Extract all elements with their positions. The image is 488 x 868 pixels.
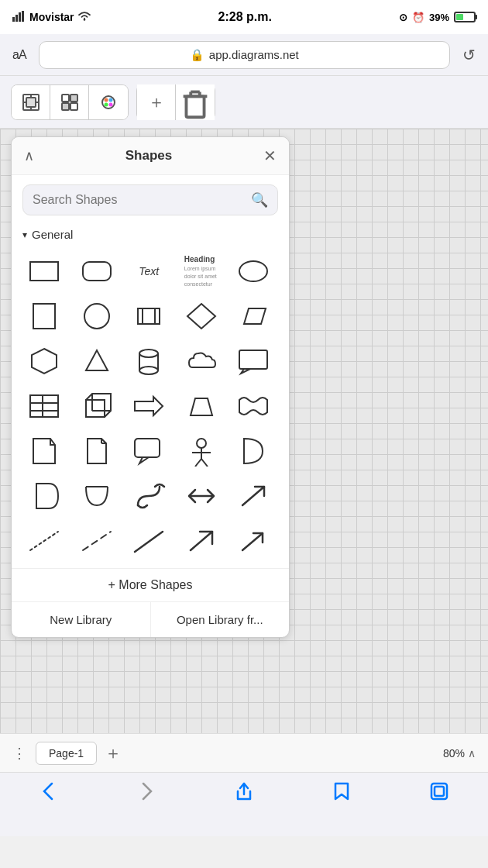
shapes-panel: ∧ Shapes ✕ 🔍 ▾ General Text	[11, 136, 290, 638]
toolbar: ＋	[0, 76, 488, 129]
svg-line-65	[191, 532, 212, 550]
shape-doc-alt[interactable]	[75, 432, 119, 470]
shapes-button[interactable]	[50, 84, 89, 120]
nav-tabs-button[interactable]	[416, 780, 462, 802]
shape-table[interactable]	[22, 387, 66, 425]
page-options-button[interactable]: ⋮	[12, 745, 26, 762]
page-tab[interactable]: Page-1	[36, 742, 97, 765]
svg-line-66	[242, 533, 263, 550]
more-shapes-button[interactable]: + More Shapes	[12, 568, 289, 601]
chevron-up-icon[interactable]: ∧	[24, 147, 34, 164]
general-section-header[interactable]: ▾ General	[12, 225, 289, 247]
svg-rect-12	[70, 95, 77, 102]
open-library-button[interactable]: Open Library fr...	[151, 602, 290, 637]
shape-text[interactable]: Text	[127, 252, 170, 291]
shape-triangle[interactable]	[75, 342, 119, 381]
shape-person[interactable]	[180, 432, 223, 470]
svg-rect-20	[186, 96, 204, 117]
shape-double-arrow[interactable]	[180, 477, 223, 515]
search-input[interactable]	[33, 193, 245, 207]
svg-rect-3	[22, 11, 24, 22]
shape-heading[interactable]: Heading Lorem ipsum dolor sit amet conse…	[180, 252, 223, 291]
browser-aa[interactable]: aA	[12, 48, 26, 62]
nav-forward-button[interactable]	[123, 780, 170, 802]
svg-marker-33	[187, 304, 215, 329]
shape-d-shape-alt[interactable]	[22, 477, 66, 515]
url-text: app.diagrams.net	[209, 48, 299, 61]
status-battery: ⊙ ⏰ 39%	[399, 12, 476, 23]
svg-rect-2	[19, 12, 21, 22]
shape-arrow-line[interactable]	[232, 522, 275, 560]
shape-circle[interactable]	[75, 297, 119, 336]
browser-bar: aA 🔒 app.diagrams.net ↺	[0, 34, 488, 76]
status-time: 2:28 p.m.	[218, 10, 272, 24]
nav-share-button[interactable]	[221, 780, 267, 802]
svg-rect-1	[15, 15, 18, 22]
shapes-grid: Text Heading Lorem ipsum dolor sit amet …	[12, 247, 289, 565]
reload-button[interactable]: ↺	[462, 46, 476, 64]
browser-url-bar[interactable]: 🔒 app.diagrams.net	[39, 41, 450, 69]
toolbar-group-1	[11, 84, 129, 120]
nav-bookmarks-button[interactable]	[318, 780, 365, 802]
svg-rect-0	[12, 17, 15, 22]
fit-page-button[interactable]	[12, 84, 50, 120]
svg-rect-46	[86, 400, 105, 417]
svg-rect-69	[435, 787, 444, 796]
add-page-button[interactable]: ＋	[105, 742, 122, 765]
shape-arrow-up-right[interactable]	[180, 522, 223, 560]
section-label: General	[32, 228, 73, 241]
toolbar-group-2: ＋	[136, 84, 215, 120]
shape-s-curve[interactable]	[127, 477, 170, 515]
shape-hexagon[interactable]	[22, 342, 66, 381]
shape-dotted-line[interactable]	[22, 522, 66, 560]
shape-wave[interactable]	[232, 387, 275, 425]
shape-rectangle[interactable]	[22, 252, 66, 291]
shape-cylinder[interactable]	[127, 342, 170, 381]
svg-rect-42	[30, 395, 58, 417]
shape-ellipse[interactable]	[232, 252, 275, 291]
svg-line-58	[201, 459, 208, 467]
alarm-icon: ⏰	[412, 12, 424, 23]
shape-speech-bubble[interactable]	[127, 432, 170, 470]
svg-rect-30	[138, 308, 160, 324]
svg-point-18	[105, 102, 108, 106]
shape-trapezoid[interactable]	[180, 387, 223, 425]
svg-point-17	[109, 98, 113, 102]
shape-solid-line[interactable]	[127, 522, 170, 560]
svg-marker-36	[86, 350, 108, 370]
add-button[interactable]: ＋	[137, 84, 176, 120]
svg-point-37	[139, 350, 158, 357]
shape-parallelogram[interactable]	[232, 297, 275, 336]
shape-rounded-rect[interactable]	[75, 252, 119, 291]
more-shapes-label: + More Shapes	[108, 578, 193, 592]
canvas-area[interactable]: ∧ Shapes ✕ 🔍 ▾ General Text	[0, 129, 488, 772]
search-container: 🔍	[22, 184, 278, 215]
battery-percent: 39%	[429, 12, 449, 23]
theme-button[interactable]	[89, 84, 128, 120]
shape-d-shape[interactable]	[232, 432, 275, 470]
svg-rect-14	[70, 103, 77, 110]
shape-process[interactable]	[127, 297, 170, 336]
nav-back-button[interactable]	[26, 780, 72, 802]
shape-arrow-diagonal[interactable]	[232, 477, 275, 515]
close-icon[interactable]: ✕	[263, 146, 277, 165]
shape-curved-rect[interactable]	[75, 477, 119, 515]
shape-dashed-line[interactable]	[75, 522, 119, 560]
zoom-chevron-icon[interactable]: ∧	[468, 747, 476, 760]
shape-cloud[interactable]	[180, 342, 223, 381]
shape-diamond[interactable]	[180, 297, 223, 336]
shape-arrow-right[interactable]	[127, 387, 170, 425]
lock-icon: 🔒	[190, 48, 204, 62]
shape-doc[interactable]	[22, 432, 66, 470]
wifi-icon	[77, 11, 91, 24]
shape-3d-box[interactable]	[75, 387, 119, 425]
delete-button[interactable]	[176, 84, 215, 120]
new-library-button[interactable]: New Library	[12, 602, 151, 637]
shape-square[interactable]	[22, 297, 66, 336]
svg-marker-49	[135, 397, 163, 415]
zoom-level: 80%	[443, 747, 465, 760]
svg-marker-35	[32, 349, 57, 374]
svg-line-62	[30, 532, 58, 550]
shape-callout[interactable]	[232, 342, 275, 381]
page-bar: ⋮ Page-1 ＋ 80% ∧	[0, 733, 488, 772]
